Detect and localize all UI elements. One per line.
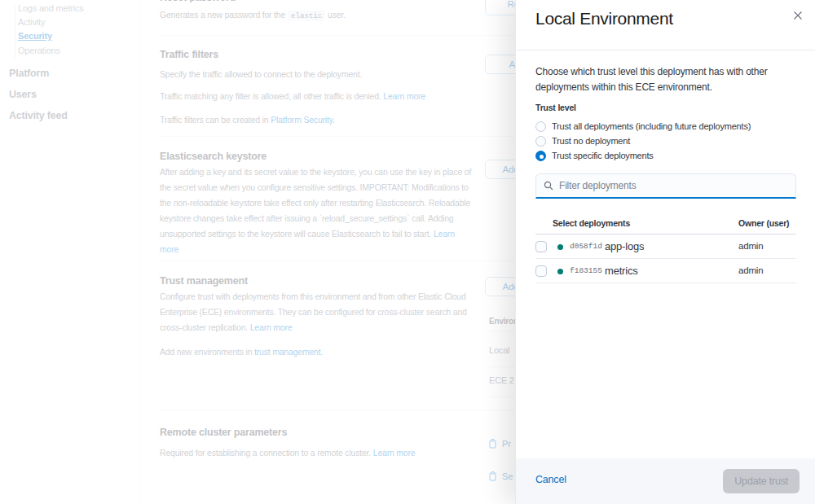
radio-trust-all[interactable]: Trust all deployments (including future … <box>535 120 751 133</box>
table-row-app-logs: d058f1d app-logs admin <box>535 234 796 259</box>
radio-trust-none[interactable]: Trust no deployment <box>535 134 630 147</box>
owner-header: Owner (user) <box>738 218 789 228</box>
deployment-id: d058f1d <box>570 242 602 251</box>
deployment-name[interactable]: app-logs <box>605 240 644 252</box>
deployment-id: f183155 <box>570 266 602 275</box>
row-checkbox[interactable] <box>535 265 547 277</box>
radio-icon <box>535 121 546 132</box>
cancel-button[interactable]: Cancel <box>535 474 566 485</box>
deployment-security-page: Logs and metrics Activity Security Opera… <box>0 0 815 504</box>
deployment-owner: admin <box>738 241 763 251</box>
trust-level-label: Trust level <box>535 103 576 112</box>
select-deployments-header: Select deployments <box>553 218 630 228</box>
row-checkbox[interactable] <box>535 241 547 252</box>
update-trust-button[interactable]: Update trust <box>723 469 800 493</box>
radio-icon <box>535 151 546 161</box>
local-environment-flyout: Local Environment Choose which trust lev… <box>515 0 815 504</box>
deployments-table: Select deployments Owner (user) d058f1d … <box>535 215 796 283</box>
radio-icon <box>535 136 546 147</box>
flyout-footer: Cancel Update trust <box>516 458 815 504</box>
filter-deployments-field <box>535 173 796 199</box>
radio-trust-specific[interactable]: Trust specific deployments <box>535 149 654 162</box>
deployment-owner: admin <box>738 265 763 275</box>
health-dot-icon <box>557 244 563 250</box>
flyout-header-divider <box>516 50 815 50</box>
flyout-intro-text: Choose which trust level this deployment… <box>535 64 804 95</box>
table-header-row: Select deployments Owner (user) <box>535 215 796 234</box>
deployment-name[interactable]: metrics <box>605 265 638 277</box>
filter-deployments-input[interactable] <box>559 180 779 191</box>
table-row-metrics: f183155 metrics admin <box>535 259 796 283</box>
search-icon <box>544 181 553 191</box>
flyout-title: Local Environment <box>535 9 673 28</box>
health-dot-icon <box>557 269 563 274</box>
close-icon[interactable] <box>792 10 804 21</box>
